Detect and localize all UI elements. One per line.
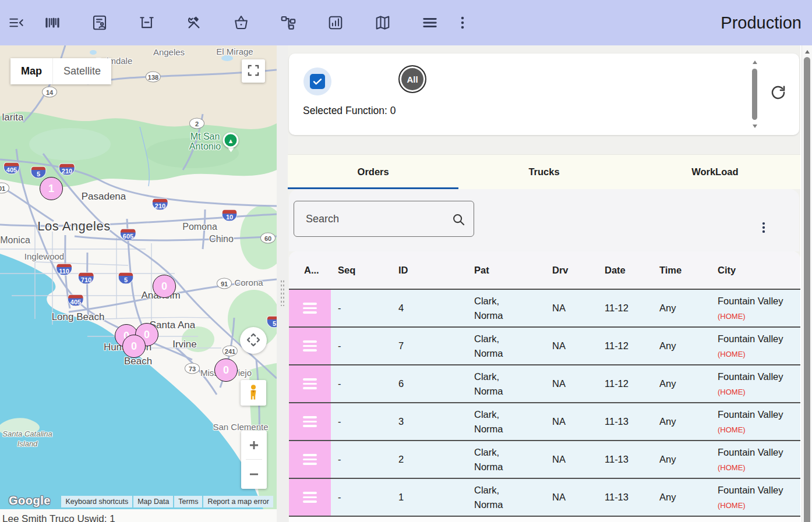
table-row[interactable]: -4Clark, NormaNA11-12AnyFountain Valley … bbox=[289, 290, 800, 328]
satellite-type-button[interactable]: Satellite bbox=[52, 58, 111, 84]
drag-handle-bar-icon bbox=[303, 421, 317, 422]
map-label: Pomona bbox=[182, 222, 217, 232]
table-menu-button[interactable] bbox=[755, 217, 772, 239]
home-tag: (HOME) bbox=[718, 501, 746, 510]
cell-time: Any bbox=[652, 479, 711, 516]
column-header: Time bbox=[652, 251, 711, 289]
cell-city: Fountain Valley (HOME) bbox=[711, 479, 800, 516]
scrollbar-thumb[interactable] bbox=[752, 69, 757, 120]
cell-id: 6 bbox=[391, 365, 467, 402]
drag-handle[interactable] bbox=[289, 365, 331, 402]
tools-icon[interactable] bbox=[185, 13, 203, 32]
map-footer-link[interactable]: Report a map error bbox=[203, 496, 273, 507]
refresh-button[interactable] bbox=[769, 84, 788, 102]
home-tag: (HOME) bbox=[718, 425, 746, 434]
container-icon[interactable] bbox=[137, 13, 156, 32]
column-header: Seq bbox=[331, 251, 391, 289]
cluster-marker[interactable]: 0 bbox=[214, 358, 238, 382]
column-header: Drv bbox=[545, 251, 598, 289]
cell-seq: - bbox=[331, 290, 391, 326]
map-footer-link[interactable]: Map Data bbox=[133, 496, 173, 507]
map-footer-link[interactable]: Terms bbox=[174, 496, 202, 507]
scroll-up-icon[interactable] bbox=[753, 61, 757, 64]
pan-control[interactable] bbox=[240, 327, 267, 354]
contact-page-icon[interactable] bbox=[90, 13, 109, 32]
barcode-icon[interactable] bbox=[43, 13, 62, 32]
tab-trucks[interactable]: Trucks bbox=[458, 155, 629, 189]
drag-handle[interactable] bbox=[289, 403, 331, 440]
map-label: Los Angeles bbox=[37, 219, 110, 234]
column-header: ID bbox=[391, 251, 467, 289]
search-icon[interactable] bbox=[450, 211, 467, 230]
more-vert-icon[interactable] bbox=[453, 13, 472, 32]
pegman-button[interactable] bbox=[241, 380, 266, 406]
search-input[interactable] bbox=[294, 201, 474, 236]
cell-city: Fountain Valley (HOME) bbox=[711, 365, 800, 402]
cell-seq: - bbox=[331, 403, 391, 440]
cell-seq: - bbox=[331, 365, 391, 402]
tab-bar: OrdersTrucksWorkLoad bbox=[288, 154, 800, 189]
cell-date: 11-13 bbox=[598, 479, 652, 516]
cell-drv: NA bbox=[545, 328, 598, 364]
basket-icon[interactable] bbox=[232, 13, 250, 32]
table-header: A...SeqIDPatDrvDateTimeCity bbox=[289, 251, 800, 290]
drag-handle-bar-icon bbox=[303, 492, 317, 493]
map-icon[interactable] bbox=[373, 13, 392, 32]
cell-time: Any bbox=[652, 365, 711, 402]
cell-id: 3 bbox=[391, 403, 467, 440]
zoom-controls bbox=[241, 431, 267, 489]
drag-handle-bar-icon bbox=[303, 459, 317, 460]
poll-icon[interactable] bbox=[326, 13, 345, 32]
table-row[interactable]: -1Clark, NormaNA11-13AnyFountain Valley … bbox=[289, 479, 800, 517]
cell-drv: NA bbox=[545, 365, 598, 402]
cell-pat: Clark, Norma bbox=[467, 328, 545, 364]
table-row[interactable]: -7Clark, NormaNA11-12AnyFountain Valley … bbox=[289, 328, 800, 365]
cell-date: 11-13 bbox=[598, 441, 652, 478]
table-row[interactable]: -6Clark, NormaNA11-12AnyFountain Valley … bbox=[289, 365, 800, 403]
cell-drv: NA bbox=[545, 403, 598, 440]
panel-splitter[interactable] bbox=[277, 45, 288, 522]
cell-id: 7 bbox=[391, 328, 467, 364]
select-all-checkbox[interactable] bbox=[303, 68, 331, 95]
tab-workload[interactable]: WorkLoad bbox=[630, 155, 800, 189]
checkbox-check-icon bbox=[310, 74, 325, 89]
map-label: Santa Catalina bbox=[2, 429, 52, 438]
mountain-poi-marker[interactable]: ▲ bbox=[223, 133, 239, 148]
all-filter-button[interactable]: All bbox=[398, 65, 426, 93]
table-row[interactable]: -2Clark, NormaNA11-13AnyFountain Valley … bbox=[289, 441, 800, 479]
drag-handle[interactable] bbox=[289, 441, 331, 478]
map-panel[interactable]: AngelesEl MiragePalmdalelaritaMt SanAnto… bbox=[0, 45, 277, 509]
fullscreen-button[interactable] bbox=[242, 59, 265, 83]
home-tag: (HOME) bbox=[718, 388, 746, 396]
zoom-out-button[interactable] bbox=[241, 460, 267, 488]
page-scrollbar[interactable] bbox=[802, 45, 812, 522]
menu-icon[interactable] bbox=[421, 13, 439, 32]
route-shield: 14 bbox=[42, 87, 57, 98]
cell-date: 11-13 bbox=[598, 403, 652, 440]
search-section bbox=[289, 189, 799, 251]
drag-handle[interactable] bbox=[289, 328, 331, 364]
drag-handle[interactable] bbox=[289, 479, 331, 516]
map-footer-link[interactable]: Keyboard shortcuts bbox=[61, 496, 132, 507]
card-scrollbar[interactable] bbox=[751, 58, 758, 130]
schema-icon[interactable] bbox=[279, 13, 298, 32]
scroll-down-icon[interactable] bbox=[753, 125, 757, 128]
cluster-marker[interactable]: 1 bbox=[40, 177, 63, 200]
cell-date: 11-12 bbox=[598, 290, 652, 326]
pan-arrows-icon bbox=[245, 331, 262, 350]
cluster-marker[interactable]: 0 bbox=[153, 275, 176, 298]
cell-city: Fountain Valley (HOME) bbox=[711, 441, 800, 478]
splitter-grip-icon bbox=[280, 279, 284, 306]
drag-handle[interactable] bbox=[289, 290, 331, 326]
tab-orders[interactable]: Orders bbox=[288, 155, 458, 189]
page-scroll-up-icon[interactable] bbox=[805, 50, 810, 54]
column-header: Date bbox=[598, 251, 652, 289]
table-row[interactable]: -3Clark, NormaNA11-13AnyFountain Valley … bbox=[289, 403, 800, 441]
menu-open-icon[interactable] bbox=[7, 13, 26, 32]
home-tag: (HOME) bbox=[718, 350, 746, 358]
zoom-in-button[interactable] bbox=[241, 431, 267, 459]
map-type-button[interactable]: Map bbox=[10, 58, 52, 84]
page-scrollbar-thumb[interactable] bbox=[804, 57, 810, 522]
cluster-marker[interactable]: 0 bbox=[122, 335, 146, 358]
map-label: San Clemente bbox=[213, 422, 268, 432]
